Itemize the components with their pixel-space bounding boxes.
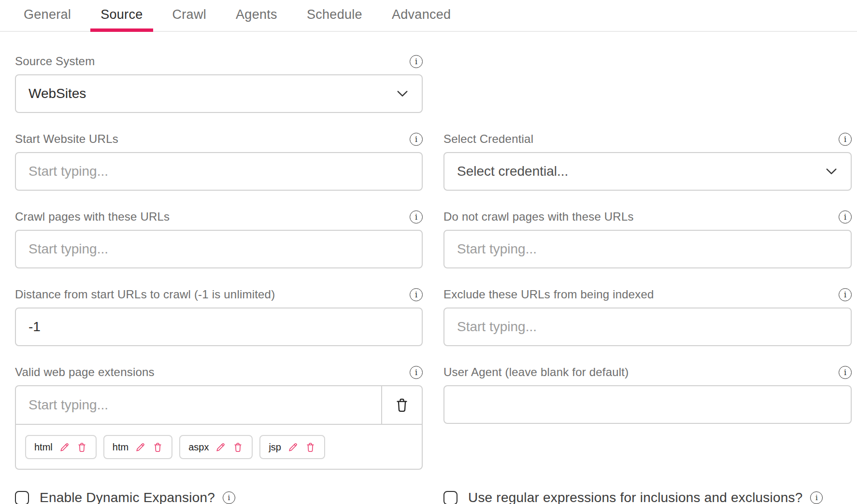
tab-advanced[interactable]: Advanced xyxy=(382,7,461,31)
delete-extension-button[interactable] xyxy=(232,442,243,453)
field-no-crawl-urls: Do not crawl pages with these URLs i xyxy=(443,210,852,268)
info-icon[interactable]: i xyxy=(839,133,852,146)
tab-general[interactable]: General xyxy=(14,7,81,31)
credential-select[interactable]: Select credential... xyxy=(443,152,852,191)
credential-value: Select credential... xyxy=(457,164,568,179)
trash-icon xyxy=(232,442,243,453)
start-urls-label: Start Website URLs xyxy=(15,132,118,146)
extension-tag-label: aspx xyxy=(188,442,209,453)
dynamic-expansion-checkbox[interactable] xyxy=(15,491,29,504)
extensions-label: Valid web page extensions xyxy=(15,365,155,379)
info-icon[interactable]: i xyxy=(410,366,423,379)
field-start-urls: Start Website URLs i xyxy=(15,132,423,191)
dynamic-expansion-row: Enable Dynamic Expansion? i xyxy=(15,489,423,504)
info-icon[interactable]: i xyxy=(839,210,852,224)
dynamic-expansion-label: Enable Dynamic Expansion? xyxy=(40,490,215,504)
clear-extensions-button[interactable] xyxy=(381,386,422,424)
source-system-select[interactable]: WebSites xyxy=(15,74,423,113)
no-crawl-urls-label: Do not crawl pages with these URLs xyxy=(443,210,634,224)
crawl-distance-label: Distance from start URLs to crawl (-1 is… xyxy=(15,288,275,301)
chevron-down-icon xyxy=(824,164,839,179)
info-icon[interactable]: i xyxy=(810,491,823,504)
field-crawl-distance: Distance from start URLs to crawl (-1 is… xyxy=(15,288,423,346)
field-extensions: Valid web page extensions i html xyxy=(15,365,423,470)
field-crawl-urls: Crawl pages with these URLs i xyxy=(15,210,423,268)
trash-icon xyxy=(394,397,410,413)
regex-row: Use regular expressions for inclusions a… xyxy=(443,489,852,504)
extension-tag: jsp xyxy=(259,435,325,459)
extension-tag-label: htm xyxy=(113,442,129,453)
crawl-urls-label: Crawl pages with these URLs xyxy=(15,210,170,224)
user-agent-input[interactable] xyxy=(457,386,839,423)
edit-extension-button[interactable] xyxy=(135,442,146,453)
tab-source[interactable]: Source xyxy=(90,7,153,31)
regex-checkbox[interactable] xyxy=(443,491,457,504)
no-crawl-urls-input[interactable] xyxy=(457,231,839,267)
info-icon[interactable]: i xyxy=(410,288,423,301)
source-system-value: WebSites xyxy=(29,86,86,101)
pencil-icon xyxy=(59,442,70,453)
pencil-icon xyxy=(135,442,146,453)
extension-tag: htm xyxy=(103,435,172,459)
extension-tag: aspx xyxy=(179,435,253,459)
crawl-urls-input[interactable] xyxy=(29,231,410,267)
credential-label: Select Credential xyxy=(443,132,533,146)
info-icon[interactable]: i xyxy=(223,491,235,504)
delete-extension-button[interactable] xyxy=(305,442,316,453)
extension-tag-label: jsp xyxy=(269,442,281,453)
pencil-icon xyxy=(215,442,226,453)
field-source-system: Source System i WebSites xyxy=(15,55,423,113)
field-credential: Select Credential i Select credential... xyxy=(443,132,852,191)
info-icon[interactable]: i xyxy=(839,288,852,301)
extension-tag-label: html xyxy=(34,442,53,453)
extensions-input[interactable] xyxy=(29,386,369,424)
trash-icon xyxy=(76,442,87,453)
chevron-down-icon xyxy=(395,86,410,101)
exclude-urls-label: Exclude these URLs from being indexed xyxy=(443,288,654,301)
trash-icon xyxy=(305,442,316,453)
trash-icon xyxy=(152,442,163,453)
info-icon[interactable]: i xyxy=(839,366,852,379)
field-user-agent: User Agent (leave blank for default) i xyxy=(443,365,852,424)
info-icon[interactable]: i xyxy=(410,55,423,68)
edit-extension-button[interactable] xyxy=(215,442,226,453)
extensions-tag-list: html htm xyxy=(16,425,422,469)
extension-tag: html xyxy=(25,435,97,459)
info-icon[interactable]: i xyxy=(410,210,423,224)
field-exclude-urls: Exclude these URLs from being indexed i xyxy=(443,288,852,346)
edit-extension-button[interactable] xyxy=(287,442,299,453)
edit-extension-button[interactable] xyxy=(59,442,70,453)
delete-extension-button[interactable] xyxy=(76,442,87,453)
source-system-label: Source System xyxy=(15,55,95,68)
settings-tab-bar: General Source Crawl Agents Schedule Adv… xyxy=(0,0,857,32)
extensions-editor: html htm xyxy=(15,385,423,470)
crawl-distance-input[interactable] xyxy=(29,308,410,345)
tab-schedule[interactable]: Schedule xyxy=(297,7,372,31)
pencil-icon xyxy=(287,442,299,453)
delete-extension-button[interactable] xyxy=(152,442,163,453)
tab-agents[interactable]: Agents xyxy=(226,7,287,31)
start-urls-input[interactable] xyxy=(29,153,410,190)
info-icon[interactable]: i xyxy=(410,133,423,146)
user-agent-label: User Agent (leave blank for default) xyxy=(443,365,628,379)
exclude-urls-input[interactable] xyxy=(457,308,839,345)
regex-label: Use regular expressions for inclusions a… xyxy=(468,490,802,504)
source-settings-form: Source System i WebSites Start Website U… xyxy=(0,32,857,504)
tab-crawl[interactable]: Crawl xyxy=(162,7,217,31)
